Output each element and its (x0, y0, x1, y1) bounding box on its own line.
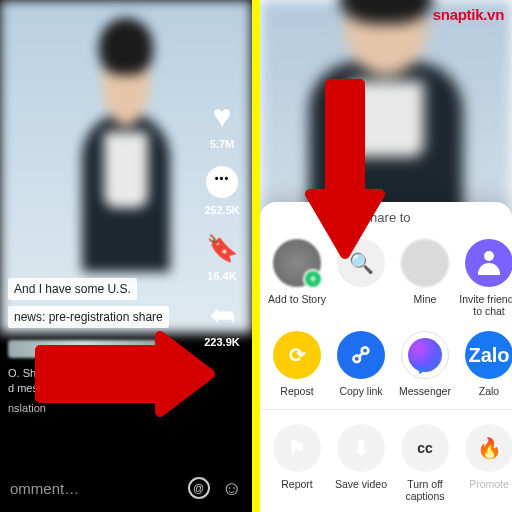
download-icon: ⬇ (337, 424, 385, 472)
tiktok-video-panel: ♥ 5.7M 252.5K 🔖 16.4K ➦ 223.9K And I hav… (0, 0, 252, 512)
action-captions[interactable]: ccTurn off captions (394, 424, 456, 502)
comment-icon (206, 166, 238, 198)
share-messenger[interactable]: Messenger (394, 331, 456, 397)
share-sheet: Share to Add to Story 🔍 Mine Invite frie… (260, 202, 512, 512)
like-button[interactable]: ♥ 5.7M (200, 98, 244, 150)
like-count: 5.7M (200, 138, 244, 150)
bookmark-icon: 🔖 (206, 233, 238, 264)
share-add-to-story[interactable]: Add to Story (266, 239, 328, 317)
comment-bar[interactable]: omment… @ ☺ (0, 464, 252, 512)
bookmark-button[interactable]: 🔖 16.4K (200, 230, 244, 282)
comment-count: 252.5K (200, 204, 244, 216)
share-contact[interactable]: Mine (394, 239, 456, 317)
share-zalo[interactable]: ZaloZalo (458, 331, 512, 397)
share-sheet-panel: snaptik.vn Share to Add to Story 🔍 Mine … (260, 0, 512, 512)
action-report[interactable]: ⚑Report (266, 424, 328, 502)
caption-line: news: pre-registration share (8, 306, 169, 328)
search-icon: 🔍 (337, 239, 385, 287)
share-search[interactable]: 🔍 (330, 239, 392, 317)
zalo-icon: Zalo (465, 331, 512, 379)
engagement-rail: ♥ 5.7M 252.5K 🔖 16.4K ➦ 223.9K (200, 98, 244, 362)
action-save-video[interactable]: ⬇Save video (330, 424, 392, 502)
comment-placeholder: omment… (10, 480, 176, 497)
panel-divider (252, 0, 260, 512)
invite-icon (465, 239, 512, 287)
translation-link[interactable]: nslation (8, 401, 182, 416)
promote-icon: 🔥 (465, 424, 512, 472)
caption-area: And I have some U.S. news: pre-registrat… (8, 278, 182, 416)
heart-icon: ♥ (213, 100, 232, 132)
caption-line: And I have some U.S. (8, 278, 137, 300)
watermark-text: snaptik.vn (433, 6, 504, 23)
captions-icon: cc (401, 424, 449, 472)
share-copy-link[interactable]: ⚯Copy link (330, 331, 392, 397)
share-button[interactable]: ➦ 223.9K (200, 296, 244, 348)
more-link[interactable]: more (113, 382, 138, 394)
repost-icon: ⟳ (273, 331, 321, 379)
share-count: 223.9K (200, 336, 244, 348)
emoji-icon[interactable]: ☺ (222, 477, 242, 500)
contact-icon (401, 239, 449, 287)
music-bar[interactable] (8, 340, 158, 358)
mention-icon[interactable]: @ (188, 477, 210, 499)
share-title: Share to (260, 210, 512, 225)
share-repost[interactable]: ⟳Repost (266, 331, 328, 397)
action-promote[interactable]: 🔥Promote (458, 424, 512, 502)
story-icon (273, 239, 321, 287)
report-icon: ⚑ (273, 424, 321, 472)
comment-button[interactable]: 252.5K (200, 164, 244, 216)
share-invite-friends[interactable]: Invite friends to chat (458, 239, 512, 317)
message-line: d message on beh… (8, 382, 110, 394)
author-line: O. Shou Chew. shar (8, 367, 106, 379)
share-icon: ➦ (210, 297, 235, 332)
messenger-icon (401, 331, 449, 379)
bookmark-count: 16.4K (200, 270, 244, 282)
link-icon: ⚯ (337, 331, 385, 379)
